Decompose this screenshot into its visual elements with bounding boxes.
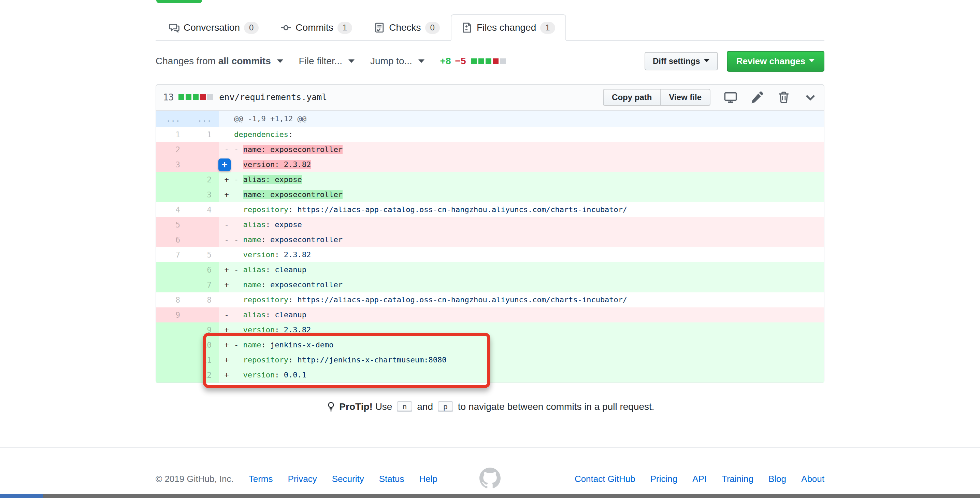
file-filter-dropdown[interactable]: File filter...: [299, 56, 355, 67]
new-line-number[interactable]: 8: [188, 292, 219, 307]
old-line-number[interactable]: 3: [156, 157, 188, 172]
footer-link-contact-github[interactable]: Contact GitHub: [574, 474, 635, 484]
checklist-icon: [374, 22, 385, 33]
new-line-number[interactable]: [188, 157, 219, 172]
file-diff-container: 13 env/requirements.yaml Copy path View …: [156, 84, 824, 383]
toolbar-diffstat: +8 −5: [440, 56, 506, 67]
new-line-number[interactable]: [188, 217, 219, 232]
diff-row: 44 repository: https://aliacs-app-catalo…: [156, 202, 824, 217]
code-segment: [234, 281, 243, 289]
diff-sign: [219, 111, 234, 127]
code-cell: + name: exposecontroller: [219, 187, 824, 202]
new-line-number[interactable]: 10: [188, 337, 219, 353]
old-line-number[interactable]: [156, 337, 188, 353]
new-line-number[interactable]: [188, 232, 219, 247]
old-line-number[interactable]: ...: [156, 111, 188, 127]
old-line-number[interactable]: [156, 172, 188, 187]
file-menu-chevron-down-icon[interactable]: [804, 91, 817, 104]
old-line-number[interactable]: [156, 322, 188, 337]
copyright: © 2019 GitHub, Inc.: [156, 474, 234, 484]
code-cell: +- alias: cleanup: [219, 262, 824, 277]
old-line-number[interactable]: 4: [156, 202, 188, 217]
old-line-number[interactable]: [156, 367, 188, 383]
code-segment: :: [266, 220, 275, 229]
code-cell: - version: 2.3.82: [219, 157, 824, 172]
new-line-number[interactable]: 9: [188, 322, 219, 337]
footer-link-privacy[interactable]: Privacy: [288, 474, 317, 484]
jump-to-dropdown[interactable]: Jump to...: [370, 56, 425, 67]
code-segment: :: [288, 130, 293, 139]
diffstat-block-add: [485, 58, 492, 64]
screen-bottom-edge-blue-segment: [0, 494, 43, 498]
tab-commits[interactable]: Commits 1: [270, 14, 363, 41]
edit-file-pencil-icon[interactable]: [751, 91, 764, 104]
diff-sign: +: [219, 187, 234, 202]
tab-files-changed[interactable]: Files changed 1: [451, 14, 566, 41]
footer-link-status[interactable]: Status: [379, 474, 404, 484]
new-line-number[interactable]: 4: [188, 202, 219, 217]
code-text: - name: jenkins-x-demo: [234, 337, 824, 353]
review-changes-button[interactable]: Review changes: [727, 51, 824, 72]
code-segment: :: [261, 235, 270, 244]
deletions-count: −5: [455, 56, 466, 67]
footer-link-help[interactable]: Help: [419, 474, 437, 484]
code-segment: [234, 220, 243, 229]
diff-settings-button[interactable]: Diff settings: [644, 52, 718, 70]
code-segment: https://aliacs-app-catalog.oss-cn-hangzh…: [297, 295, 627, 304]
protip-text-1: Use: [375, 401, 392, 412]
diff-sign: +: [219, 337, 234, 353]
new-line-number[interactable]: 5: [188, 247, 219, 262]
new-line-number[interactable]: 1: [188, 127, 219, 142]
code-segment: name: [243, 340, 261, 349]
view-file-button[interactable]: View file: [660, 89, 710, 106]
old-line-number[interactable]: [156, 262, 188, 277]
delete-file-trash-icon[interactable]: [777, 91, 790, 104]
old-line-number[interactable]: [156, 277, 188, 292]
protip: ProTip! Use n and p to navigate between …: [156, 401, 824, 412]
footer-link-about[interactable]: About: [801, 474, 824, 484]
changes-from-dropdown[interactable]: Changes from all commits: [156, 56, 283, 67]
copy-path-button[interactable]: Copy path: [603, 89, 660, 106]
display-rich-diff-icon[interactable]: [724, 91, 737, 104]
tab-conversation[interactable]: Conversation 0: [158, 14, 270, 41]
diff-row: 3- version: 2.3.82+: [156, 157, 824, 172]
add-line-comment-button[interactable]: +: [218, 158, 231, 171]
new-line-number[interactable]: 7: [188, 277, 219, 292]
new-line-number[interactable]: 11: [188, 353, 219, 367]
old-line-number[interactable]: [156, 353, 188, 367]
file-path[interactable]: env/requirements.yaml: [219, 92, 327, 102]
footer-link-pricing[interactable]: Pricing: [651, 474, 677, 484]
code-text: - alias: cleanup: [234, 262, 824, 277]
code-segment: -: [234, 235, 243, 244]
old-line-number[interactable]: [156, 187, 188, 202]
old-line-number[interactable]: 6: [156, 232, 188, 247]
new-line-number[interactable]: 3: [188, 187, 219, 202]
new-line-number[interactable]: [188, 307, 219, 322]
code-text: - name: exposecontroller: [234, 142, 824, 157]
footer-link-terms[interactable]: Terms: [249, 474, 273, 484]
old-line-number[interactable]: 9: [156, 307, 188, 322]
old-line-number[interactable]: 7: [156, 247, 188, 262]
old-line-number[interactable]: 8: [156, 292, 188, 307]
code-segment: cleanup: [275, 310, 306, 319]
old-line-number[interactable]: 1: [156, 127, 188, 142]
code-segment: -: [234, 340, 243, 349]
word-highlight: name: exposecontroller: [243, 145, 343, 154]
code-cell: - alias: expose: [219, 217, 824, 232]
code-cell: repository: https://aliacs-app-catalog.o…: [219, 202, 824, 217]
new-line-number[interactable]: 6: [188, 262, 219, 277]
diffstat-block-neutral: [207, 94, 213, 100]
footer-link-security[interactable]: Security: [332, 474, 364, 484]
footer-link-api[interactable]: API: [692, 474, 707, 484]
footer-link-training[interactable]: Training: [722, 474, 753, 484]
file-diff-icon: [462, 22, 473, 33]
old-line-number[interactable]: 2: [156, 142, 188, 157]
new-line-number[interactable]: 2: [188, 172, 219, 187]
old-line-number[interactable]: 5: [156, 217, 188, 232]
new-line-number[interactable]: [188, 142, 219, 157]
code-segment: 0.0.1: [284, 370, 306, 379]
new-line-number[interactable]: ...: [188, 111, 219, 127]
new-line-number[interactable]: 12: [188, 367, 219, 383]
tab-checks[interactable]: Checks 0: [363, 14, 451, 41]
footer-link-blog[interactable]: Blog: [768, 474, 786, 484]
